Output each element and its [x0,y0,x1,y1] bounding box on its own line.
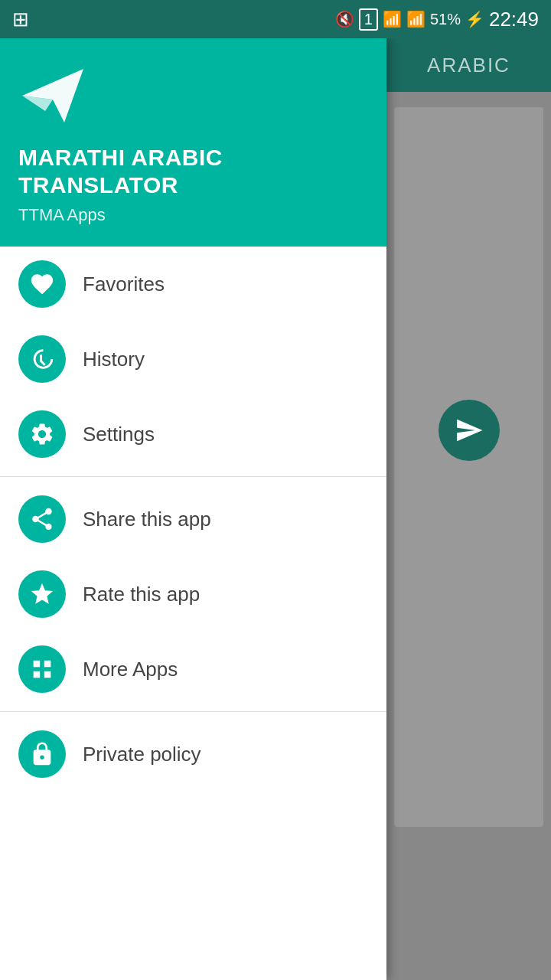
rate-icon-circle [18,570,66,618]
status-bar-left: ⊞ [12,8,29,31]
screen-icon: ⊞ [12,8,29,31]
privacy-icon-circle [18,730,66,778]
rate-label: Rate this app [83,583,200,606]
menu-divider-2 [0,711,386,712]
grid-icon [29,656,55,682]
primary-menu: Favorites History Settings [0,247,386,472]
content-area [394,107,543,827]
lock-icon [29,741,55,767]
status-bar-right: 🔇 1 📶 📶 51% ⚡ 22:49 [335,8,539,31]
gear-icon [29,421,55,447]
drawer-header: MARATHI ARABICTRANSLATOR TTMA Apps [0,38,386,247]
sidebar-item-settings[interactable]: Settings [0,397,386,472]
history-icon-circle [18,335,66,383]
right-panel-content [386,92,551,980]
share-icon [29,506,55,532]
status-bar: ⊞ 🔇 1 📶 📶 51% ⚡ 22:49 [0,0,551,38]
notification-icon: 1 [359,8,378,31]
more-apps-icon-circle [18,645,66,693]
translate-button[interactable] [439,400,500,461]
status-time: 22:49 [489,8,539,31]
sidebar-item-favorites[interactable]: Favorites [0,247,386,322]
privacy-label: Private policy [83,743,201,766]
star-icon [29,581,55,607]
clock-icon [29,346,55,372]
favorites-icon-circle [18,260,66,308]
right-panel: ARABIC [386,38,551,980]
right-panel-header: ARABIC [386,38,551,92]
main-layout: MARATHI ARABICTRANSLATOR TTMA Apps Favor… [0,38,551,980]
history-label: History [83,348,145,371]
favorites-label: Favorites [83,273,165,296]
sidebar-item-more-apps[interactable]: More Apps [0,632,386,707]
sidebar-item-privacy[interactable]: Private policy [0,717,386,792]
signal-icon-2: 📶 [406,10,425,28]
tertiary-menu: Private policy [0,717,386,792]
signal-icon: 📶 [383,10,402,28]
app-developer: TTMA Apps [18,205,368,225]
settings-icon-circle [18,410,66,458]
right-panel-title: ARABIC [427,54,510,77]
battery-icon: ⚡ [465,10,484,28]
sidebar-item-share[interactable]: Share this app [0,482,386,557]
secondary-menu: Share this app Rate this app More [0,482,386,707]
app-title: MARATHI ARABICTRANSLATOR [18,144,368,199]
app-logo [18,61,87,130]
sidebar-item-history[interactable]: History [0,322,386,397]
share-label: Share this app [83,508,211,531]
background-overlay [386,92,551,980]
send-icon [455,416,484,445]
more-apps-label: More Apps [83,658,178,681]
share-icon-circle [18,495,66,543]
drawer: MARATHI ARABICTRANSLATOR TTMA Apps Favor… [0,38,386,980]
heart-icon [29,271,55,297]
sidebar-item-rate[interactable]: Rate this app [0,557,386,632]
menu-divider-1 [0,476,386,477]
svg-marker-0 [22,69,83,122]
battery-percentage: 51% [430,11,461,28]
mute-icon: 🔇 [335,10,354,28]
settings-label: Settings [83,423,155,446]
